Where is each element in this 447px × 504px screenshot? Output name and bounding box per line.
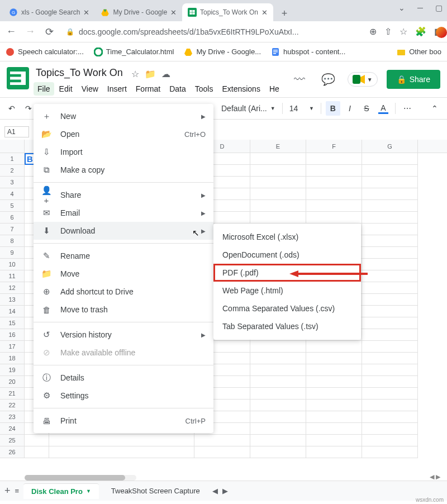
menu-format[interactable]: Format xyxy=(132,82,164,96)
cell[interactable] xyxy=(250,423,306,435)
cell[interactable] xyxy=(306,364,362,376)
cell[interactable] xyxy=(306,212,362,224)
address-bar[interactable]: 🔒 docs.google.com/spreadsheets/d/1ba5vxE… xyxy=(61,27,364,36)
activity-icon[interactable]: 〰 xyxy=(289,69,310,89)
cell[interactable] xyxy=(362,388,418,400)
bookmark-3[interactable]: hubspot - content... xyxy=(271,47,345,56)
document-title[interactable]: Topics_To Work On xyxy=(34,66,125,80)
select-all-corner[interactable] xyxy=(0,140,25,153)
cell[interactable] xyxy=(362,376,418,388)
cell[interactable] xyxy=(362,435,418,446)
menu-help[interactable]: He xyxy=(265,82,283,96)
download-xlsx[interactable]: Microsoft Excel (.xlsx) xyxy=(213,228,361,246)
menu-file[interactable]: File xyxy=(34,82,54,96)
italic-button[interactable]: I xyxy=(343,101,357,116)
download-html[interactable]: Web Page (.html) xyxy=(213,282,361,299)
cell[interactable] xyxy=(250,388,306,400)
download-csv[interactable]: Comma Separated Values (.csv) xyxy=(213,299,361,317)
cell[interactable] xyxy=(362,247,418,259)
row-header[interactable]: 17 xyxy=(0,341,25,353)
cell[interactable] xyxy=(49,446,194,458)
cell[interactable] xyxy=(362,411,418,423)
file-menu-new[interactable]: ＋New▶ xyxy=(34,107,213,125)
font-size-select[interactable]: 14 ▼ xyxy=(287,104,316,113)
row-header[interactable]: 15 xyxy=(0,317,25,329)
cell[interactable] xyxy=(362,353,418,364)
close-icon[interactable]: ✕ xyxy=(170,8,177,17)
col-header[interactable]: F xyxy=(306,140,362,153)
bookmark-1[interactable]: Time_Calculator.html xyxy=(94,47,174,56)
cell[interactable] xyxy=(250,376,306,388)
cell[interactable] xyxy=(362,177,418,188)
sheet-tab-active[interactable]: Disk Clean Pro▼ xyxy=(23,483,99,499)
file-menu-share[interactable]: 👤+Share▶ xyxy=(34,186,213,204)
row-header[interactable]: 22 xyxy=(0,400,25,411)
chevron-down-icon[interactable]: ⌄ xyxy=(398,3,405,12)
row-header[interactable]: 26 xyxy=(0,446,25,458)
cell[interactable] xyxy=(362,235,418,247)
star-icon[interactable]: ☆ xyxy=(400,26,407,37)
cell[interactable] xyxy=(362,317,418,329)
scroll-arrows[interactable]: ◀ ▶ xyxy=(430,473,440,481)
cell[interactable] xyxy=(362,294,418,306)
cell[interactable] xyxy=(306,188,362,200)
row-header[interactable]: 2 xyxy=(0,165,25,177)
scroll-right-button[interactable]: ▶ xyxy=(222,487,228,495)
row-header[interactable]: 12 xyxy=(0,282,25,294)
row-header[interactable]: 3 xyxy=(0,177,25,188)
file-menu-email[interactable]: ✉Email▶ xyxy=(34,204,213,222)
cell[interactable] xyxy=(194,446,250,458)
row-header[interactable]: 16 xyxy=(0,329,25,341)
cell[interactable] xyxy=(306,341,362,353)
file-menu-details[interactable]: ⓘDetails xyxy=(34,369,213,387)
cell[interactable] xyxy=(306,446,362,458)
cell[interactable] xyxy=(194,435,250,446)
add-sheet-button[interactable]: + xyxy=(4,485,11,497)
reload-button[interactable]: ⟳ xyxy=(42,25,56,39)
cell[interactable] xyxy=(362,341,418,353)
undo-button[interactable]: ↶ xyxy=(4,101,19,116)
share-button[interactable]: 🔒 Share xyxy=(387,70,440,89)
font-select[interactable]: Default (Ari...▼ xyxy=(219,104,278,113)
row-header[interactable]: 5 xyxy=(0,200,25,212)
cell[interactable] xyxy=(306,177,362,188)
all-sheets-button[interactable]: ≡ xyxy=(15,487,20,495)
cell[interactable] xyxy=(362,329,418,341)
horizontal-scrollbar[interactable] xyxy=(25,475,136,481)
menu-extensions[interactable]: Extensions xyxy=(218,82,264,96)
row-header[interactable]: 18 xyxy=(0,353,25,364)
bookmark-2[interactable]: My Drive - Google... xyxy=(184,47,261,56)
cell[interactable] xyxy=(250,188,306,200)
cell[interactable] xyxy=(362,165,418,177)
close-icon[interactable]: ✕ xyxy=(83,8,89,17)
file-menu-move[interactable]: 📁Move xyxy=(34,265,213,283)
row-header[interactable]: 24 xyxy=(0,423,25,435)
cell[interactable] xyxy=(362,224,418,235)
cell[interactable] xyxy=(362,153,418,165)
browser-tab-0[interactable]: G xls - Google Search ✕ xyxy=(3,3,95,21)
collapse-toolbar-button[interactable]: ⌃ xyxy=(431,104,443,113)
cell[interactable] xyxy=(49,435,194,446)
cell[interactable] xyxy=(306,165,362,177)
download-ods[interactable]: OpenDocument (.ods) xyxy=(213,246,361,264)
cell[interactable] xyxy=(25,446,49,458)
cell[interactable] xyxy=(250,446,306,458)
forward-button[interactable]: → xyxy=(23,25,37,39)
cell[interactable] xyxy=(362,364,418,376)
row-header[interactable]: 8 xyxy=(0,235,25,247)
share-icon[interactable]: ⇧ xyxy=(384,26,392,37)
row-header[interactable]: 25 xyxy=(0,435,25,446)
cell[interactable] xyxy=(362,400,418,411)
profile-avatar[interactable] xyxy=(436,27,447,38)
cell[interactable] xyxy=(250,341,306,353)
col-header[interactable]: G xyxy=(362,140,418,153)
menu-insert[interactable]: Insert xyxy=(103,82,131,96)
cell[interactable] xyxy=(306,423,362,435)
cell[interactable] xyxy=(25,435,49,446)
file-menu-open[interactable]: 📂OpenCtrl+O xyxy=(34,125,213,143)
row-header[interactable]: 10 xyxy=(0,259,25,270)
file-menu-version-history[interactable]: ↺Version history▶ xyxy=(34,326,213,344)
download-tsv[interactable]: Tab Separated Values (.tsv) xyxy=(213,317,361,335)
sheet-tab[interactable]: TweakShot Screen Capture xyxy=(103,483,208,498)
cell[interactable] xyxy=(362,282,418,294)
